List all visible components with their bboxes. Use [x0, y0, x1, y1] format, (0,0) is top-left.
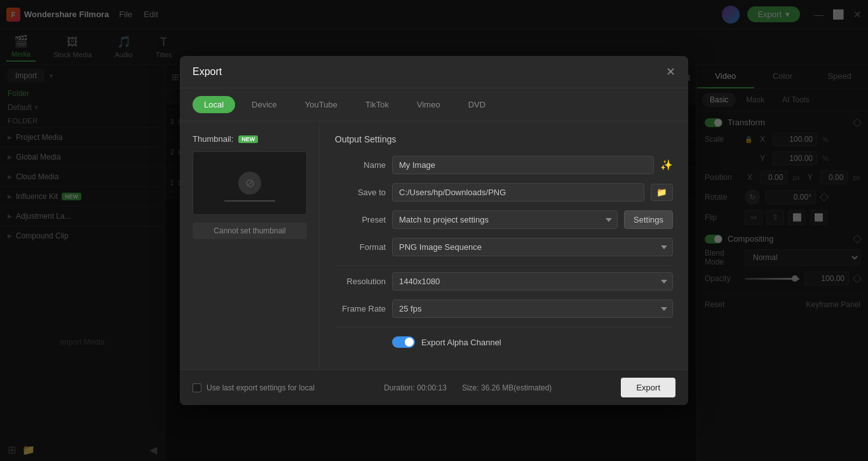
modal-tabs: Local Device YouTube TikTok Vimeo DVD	[180, 88, 688, 121]
output-settings-panel: Output Settings Name ✨ Save to 📁 Preset	[320, 121, 688, 369]
preset-label: Preset	[335, 215, 386, 224]
save-to-input[interactable]	[392, 183, 644, 202]
frame-rate-label: Frame Rate	[335, 304, 386, 313]
settings-button[interactable]: Settings	[624, 210, 673, 229]
size-info: Size: 36.26 MB(estimated)	[462, 383, 552, 392]
frame-rate-select[interactable]: 25 fps 24 fps 30 fps 60 fps	[392, 299, 673, 318]
use-last-settings: Use last export settings for local	[193, 383, 315, 392]
export-tab-local[interactable]: Local	[193, 96, 235, 113]
resolution-select[interactable]: 1440x1080 1920x1080 1280x720 720x480	[392, 272, 673, 291]
use-last-settings-label: Use last export settings for local	[207, 383, 315, 392]
export-tab-dvd[interactable]: DVD	[457, 96, 497, 113]
modal-close-button[interactable]: ✕	[666, 65, 675, 79]
use-last-settings-checkbox[interactable]	[193, 383, 201, 392]
thumbnail-new-badge: NEW	[238, 135, 258, 143]
thumbnail-section-label: Thumbnail: NEW	[193, 134, 306, 144]
no-thumbnail-icon: ⊘	[238, 172, 261, 195]
thumbnail-line	[224, 200, 275, 202]
form-divider	[335, 265, 673, 266]
modal-footer: Use last export settings for local Durat…	[180, 369, 688, 405]
export-alpha-toggle[interactable]	[392, 336, 415, 348]
export-tab-vimeo[interactable]: Vimeo	[405, 96, 452, 113]
name-label: Name	[335, 160, 386, 170]
export-modal: Export ✕ Local Device YouTube TikTok Vim…	[180, 56, 688, 405]
export-tab-youtube[interactable]: YouTube	[294, 96, 349, 113]
export-tab-tiktok[interactable]: TikTok	[354, 96, 400, 113]
cannot-set-thumbnail-button[interactable]: Cannot set thumbnail	[193, 223, 307, 239]
form-divider-2	[335, 327, 673, 327]
output-settings-title: Output Settings	[335, 134, 673, 144]
preset-row: Preset Match to project settings Custom …	[335, 210, 673, 229]
name-input[interactable]	[392, 156, 654, 174]
preset-select[interactable]: Match to project settings Custom	[392, 210, 618, 229]
modal-title: Export	[193, 66, 222, 78]
thumbnail-label: Thumbnail:	[193, 134, 233, 144]
export-alpha-label: Export Alpha Channel	[421, 338, 501, 347]
modal-overlay: Export ✕ Local Device YouTube TikTok Vim…	[0, 0, 868, 461]
frame-rate-row: Frame Rate 25 fps 24 fps 30 fps 60 fps	[335, 299, 673, 318]
ai-name-button[interactable]: ✨	[660, 159, 673, 171]
format-row: Format PNG Image Sequence MP4 MOV AVI	[335, 238, 673, 256]
thumbnail-box: ⊘	[193, 151, 307, 215]
modal-body: Thumbnail: NEW ⊘ Cannot set thumbnail Ou…	[180, 121, 688, 369]
footer-info: Duration: 00:00:13 Size: 36.26 MB(estima…	[384, 383, 552, 392]
resolution-row: Resolution 1440x1080 1920x1080 1280x720 …	[335, 272, 673, 291]
format-label: Format	[335, 242, 386, 252]
browse-folder-button[interactable]: 📁	[651, 184, 673, 201]
duration-info: Duration: 00:00:13	[384, 383, 447, 392]
export-alpha-row: Export Alpha Channel	[335, 336, 673, 348]
resolution-label: Resolution	[335, 277, 386, 286]
modal-thumbnail-panel: Thumbnail: NEW ⊘ Cannot set thumbnail	[180, 121, 320, 369]
export-modal-button[interactable]: Export	[621, 378, 675, 397]
save-to-row: Save to 📁	[335, 183, 673, 202]
name-row: Name ✨	[335, 156, 673, 174]
save-to-label: Save to	[335, 188, 386, 197]
export-tab-device[interactable]: Device	[240, 96, 288, 113]
format-select[interactable]: PNG Image Sequence MP4 MOV AVI	[392, 238, 673, 256]
modal-header: Export ✕	[180, 56, 688, 88]
